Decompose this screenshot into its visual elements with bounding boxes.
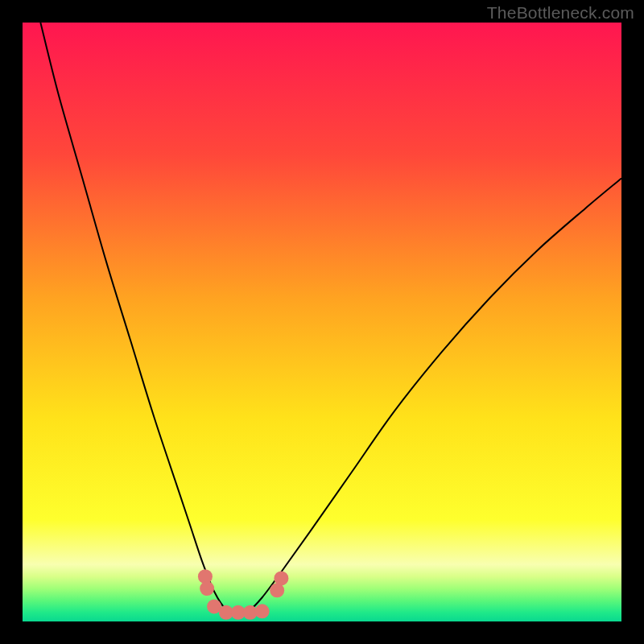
gradient-background <box>23 23 621 621</box>
watermark-text: TheBottleneck.com <box>487 3 634 23</box>
bottleneck-chart <box>23 23 621 621</box>
dip-bead <box>274 571 288 585</box>
chart-plot-area <box>23 23 621 621</box>
dip-bead <box>255 604 270 618</box>
dip-bead <box>200 581 214 596</box>
chart-frame: TheBottleneck.com <box>0 0 644 644</box>
